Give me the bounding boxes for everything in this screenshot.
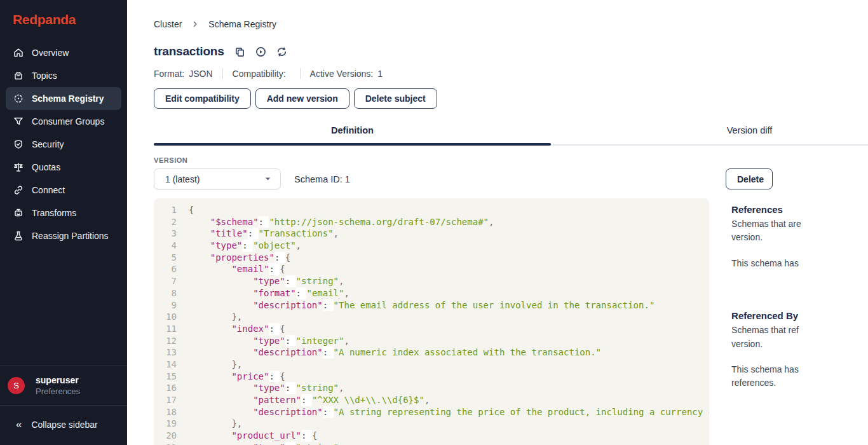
tab-definition[interactable]: Definition (154, 121, 551, 144)
tab-version-diff[interactable]: Version diff (551, 121, 868, 144)
collapse-sidebar-button[interactable]: « Collapse sidebar (0, 406, 127, 445)
references-description-line: Schemas that ref (731, 324, 868, 337)
line-number: 15 (154, 371, 177, 383)
code-token: "description" (253, 346, 323, 359)
home-icon (13, 47, 24, 58)
code-line: 15 "price": { (154, 371, 709, 383)
add-new-version-button[interactable]: Add new version (255, 88, 349, 109)
sidebar-item-connect[interactable]: Connect (6, 179, 121, 202)
code-token: : (269, 263, 280, 275)
references-section-title: References (731, 203, 868, 216)
schema-code-editor[interactable]: 1{2 "$schema": "http://json-schema.org/d… (154, 198, 709, 445)
code-token: "integer" (296, 335, 344, 347)
references-note-line: This schema has (731, 363, 868, 376)
user-preferences-link[interactable]: Preferences (36, 386, 80, 397)
meta-label: Compatibility: (233, 69, 286, 79)
sidebar-item-consumer-groups[interactable]: Consumer Groups (6, 110, 121, 133)
delete-subject-button[interactable]: Delete subject (354, 88, 437, 109)
code-token (189, 275, 253, 287)
code-line: 7 "type": "string", (154, 275, 709, 287)
code-token: { (189, 204, 194, 216)
line-number: 12 (154, 335, 177, 347)
title-row: transactions (154, 44, 868, 58)
code-token: "$schema" (210, 216, 259, 228)
code-line: 13 "description": "A numeric index assoc… (154, 346, 709, 359)
code-token (189, 263, 231, 275)
play-icon[interactable] (255, 46, 266, 57)
sidebar-item-label: Security (32, 139, 64, 149)
references-panel: ReferencesSchemas that areversion.This s… (731, 198, 868, 445)
code-token (189, 335, 253, 347)
line-number: 5 (154, 252, 177, 264)
code-line: 9 "description": "The email address of t… (154, 299, 709, 312)
version-select[interactable]: 1 (latest) (154, 168, 281, 189)
collapse-sidebar-label: Collapse sidebar (31, 420, 97, 430)
sidebar-item-security[interactable]: Security (6, 133, 121, 156)
code-token: "pattern" (253, 394, 301, 406)
meta-value: JSON (189, 69, 212, 79)
sidebar-item-overview[interactable]: Overview (6, 41, 121, 64)
redpanda-logo[interactable]: Redpanda (0, 0, 127, 39)
content-row: 1{2 "$schema": "http://json-schema.org/d… (154, 198, 868, 445)
code-token: : (269, 323, 280, 335)
code-token (189, 430, 231, 442)
references-section-referenced-by: Referenced BySchemas that refversion.Thi… (731, 310, 868, 390)
funnel-icon (13, 116, 24, 127)
code-token: "type" (210, 240, 243, 252)
sidebar-item-transforms[interactable]: Transforms (6, 202, 121, 224)
edit-compatibility-button[interactable]: Edit compatibility (154, 88, 251, 109)
sidebar-nav: OverviewTopicsSchema RegistryConsumer Gr… (0, 39, 127, 247)
version-select-value: 1 (latest) (165, 174, 200, 184)
code-token: : (242, 240, 253, 252)
avatar: S (8, 377, 25, 394)
code-line: 6 "email": { (154, 263, 709, 275)
code-token: : (285, 275, 296, 287)
sidebar-item-reassign-partitions[interactable]: Reassign Partitions (6, 224, 121, 247)
line-number: 6 (154, 263, 177, 275)
meta-label: Active Versions: (310, 69, 374, 79)
code-token: , (344, 335, 349, 347)
code-token: , (339, 382, 344, 394)
sidebar-item-label: Consumer Groups (32, 116, 104, 127)
code-line: 4 "type": "object", (154, 240, 709, 252)
meta-value: 1 (377, 69, 383, 79)
references-section-title: Referenced By (731, 310, 868, 322)
breadcrumb-cluster[interactable]: Cluster (154, 19, 182, 29)
meta-active-versions-: Active Versions:1 (310, 69, 383, 79)
sidebar-item-topics[interactable]: Topics (6, 64, 121, 87)
subject-meta: Format:JSONCompatibility:Active Versions… (154, 68, 868, 79)
user-profile[interactable]: S superuser Preferences (0, 366, 127, 405)
breadcrumb-schema-registry[interactable]: Schema Registry (208, 19, 276, 29)
code-token: : (285, 442, 296, 445)
code-token: "index" (231, 323, 269, 335)
delete-version-button[interactable]: Delete (726, 168, 773, 189)
sidebar-item-label: Reassign Partitions (32, 231, 109, 241)
code-token: : (301, 394, 312, 406)
line-number: 16 (154, 382, 177, 394)
copy-icon[interactable] (234, 46, 245, 57)
code-line: 12 "type": "integer", (154, 335, 709, 347)
code-token (189, 323, 231, 335)
references-section-references: ReferencesSchemas that areversion.This s… (731, 203, 868, 270)
code-token: "type" (253, 275, 285, 287)
code-token (189, 287, 253, 299)
code-token (189, 240, 210, 252)
code-token: "email" (231, 263, 269, 275)
code-token: { (280, 323, 285, 335)
code-token (189, 252, 210, 264)
code-token: "A numeric index associated with the tra… (334, 346, 601, 359)
code-token (189, 371, 231, 383)
refresh-icon[interactable] (276, 46, 287, 57)
line-number: 7 (154, 275, 177, 287)
references-description-line: version. (731, 338, 868, 351)
code-token: }, (189, 311, 242, 323)
code-token: , (344, 287, 349, 299)
code-token: , (339, 275, 344, 287)
line-number: 11 (154, 323, 177, 335)
code-line: 1{ (154, 204, 709, 216)
sidebar-item-quotas[interactable]: Quotas (6, 156, 121, 179)
sidebar-item-schema-registry[interactable]: Schema Registry (6, 87, 121, 110)
sidebar-spacer (0, 247, 127, 366)
code-line: 21 "type": "string", (154, 442, 709, 445)
code-token: : (259, 216, 269, 228)
